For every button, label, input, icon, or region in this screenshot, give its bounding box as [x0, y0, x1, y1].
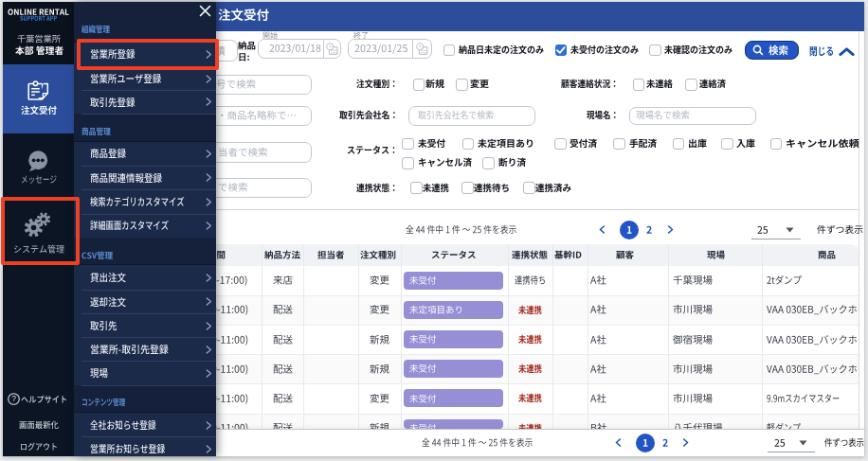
svg-text:?: ?: [11, 394, 16, 403]
